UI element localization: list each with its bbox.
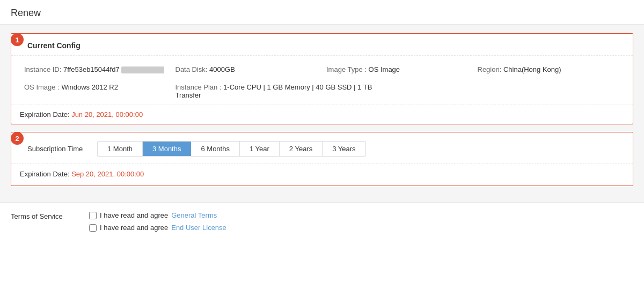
- section2-expiration-label: Expiration Date:: [20, 170, 70, 178]
- subscription-row: Subscription Time 1 Month 3 Months 6 Mon…: [11, 132, 633, 164]
- terms-row: Terms of Service I have read and agree G…: [11, 211, 633, 232]
- terms-label: Terms of Service: [11, 211, 80, 220]
- terms-text-1: I have read and agree: [100, 211, 168, 219]
- instance-plan-label: Instance Plan :: [175, 83, 222, 91]
- instance-id-label: Instance ID:: [24, 65, 61, 73]
- instance-id-value: 7ffe53eb15044fd7: [63, 65, 164, 73]
- section1-expiration-row: Expiration Date: Jun 20, 2021, 00:00:00: [11, 105, 633, 124]
- btn-1year[interactable]: 1 Year: [240, 142, 280, 156]
- btn-1month[interactable]: 1 Month: [98, 142, 143, 156]
- terms-text-2: I have read and agree: [100, 224, 168, 232]
- section-subscription: 2 Subscription Time 1 Month 3 Months 6 M…: [11, 132, 633, 186]
- terms-link-general[interactable]: General Terms: [171, 211, 217, 219]
- data-disk-item: Data Disk: 4000GB: [171, 63, 323, 76]
- terms-checkbox-1[interactable]: [89, 212, 97, 219]
- btn-2years[interactable]: 2 Years: [280, 142, 323, 156]
- subscription-label: Subscription Time: [27, 145, 97, 153]
- terms-link-eula[interactable]: End User License: [171, 224, 226, 232]
- region-item: Region: China(Hong Kong): [473, 63, 625, 76]
- terms-check-row-1: I have read and agree General Terms: [89, 211, 226, 219]
- page-title: Renew: [0, 0, 644, 25]
- page-wrapper: Renew 1 Current Config Instance ID: 7ffe…: [0, 0, 644, 289]
- section-1-header: Current Config: [11, 34, 633, 56]
- data-disk-label: Data Disk:: [175, 65, 208, 73]
- btn-3years[interactable]: 3 Years: [323, 142, 365, 156]
- instance-id-blurred: [121, 66, 164, 73]
- section-1-number: 1: [11, 33, 24, 46]
- section2-expiration-value: Sep 20, 2021, 00:00:00: [71, 170, 144, 178]
- section1-expiration-value: Jun 20, 2021, 00:00:00: [71, 110, 143, 118]
- terms-check-row-2: I have read and agree End User License: [89, 224, 226, 232]
- terms-section: Terms of Service I have read and agree G…: [0, 202, 644, 240]
- content-area: 1 Current Config Instance ID: 7ffe53eb15…: [0, 25, 644, 202]
- section-current-config: 1 Current Config Instance ID: 7ffe53eb15…: [11, 33, 633, 124]
- image-type-label: Image Type :: [326, 65, 367, 73]
- terms-checkbox-2[interactable]: [89, 224, 97, 232]
- os-image-item: OS Image : Windows 2012 R2: [20, 81, 171, 101]
- image-type-item: Image Type : OS Image: [322, 63, 473, 76]
- section1-expiration-label: Expiration Date:: [20, 110, 70, 118]
- section-2-number: 2: [11, 132, 24, 145]
- os-image-value: Windows 2012 R2: [61, 83, 118, 91]
- time-buttons: 1 Month 3 Months 6 Months 1 Year 2 Years…: [97, 141, 366, 157]
- image-type-value: OS Image: [369, 65, 400, 73]
- region-label: Region:: [478, 65, 502, 73]
- instance-plan-item: Instance Plan : 1-Core CPU | 1 GB Memory…: [171, 81, 473, 101]
- section2-expiration-row: Expiration Date: Sep 20, 2021, 00:00:00: [11, 164, 633, 186]
- data-disk-value: 4000GB: [209, 65, 235, 73]
- config-grid: Instance ID: 7ffe53eb15044fd7 Data Disk:…: [11, 56, 633, 105]
- terms-checkboxes: I have read and agree General Terms I ha…: [89, 211, 226, 232]
- os-image-label: OS Image :: [24, 83, 60, 91]
- region-value: China(Hong Kong): [503, 65, 561, 73]
- instance-id-item: Instance ID: 7ffe53eb15044fd7: [20, 63, 171, 76]
- btn-6months[interactable]: 6 Months: [191, 142, 239, 156]
- btn-3months[interactable]: 3 Months: [143, 142, 191, 156]
